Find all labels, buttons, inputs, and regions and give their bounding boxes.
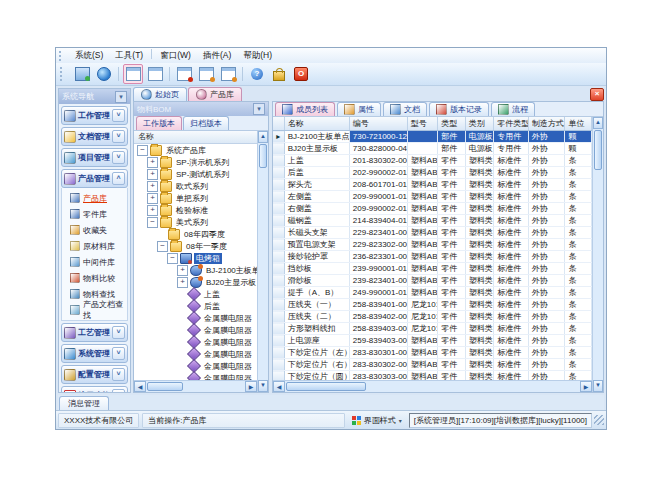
tree-node[interactable]: +检验标准 xyxy=(134,204,257,216)
table-row[interactable]: BJ20主显示板730-828000-04X部件电源板专用件外协颗 xyxy=(273,143,592,155)
column-header-单位[interactable]: 单位 xyxy=(565,117,592,131)
column-header-编号[interactable]: 编号 xyxy=(349,117,407,131)
table-row[interactable]: 下纱定位片（左）283-830301-00X塑料ABS零件塑料类标准件外协条 xyxy=(273,347,592,359)
sidebar-group-8[interactable]: SP扩展功能˅ xyxy=(61,386,128,393)
sidebar-group-7[interactable]: 配置管理˅ xyxy=(61,365,128,384)
scroll-down-icon[interactable]: ▼ xyxy=(258,380,268,392)
column-header-类别[interactable]: 类别 xyxy=(465,117,493,131)
doc-tab-起始页[interactable]: 起始页 xyxy=(133,87,187,101)
sidebar-item[interactable]: 收藏夹 xyxy=(62,222,127,238)
tree-vscroll-thumb[interactable] xyxy=(259,144,267,168)
sidebar-group-5[interactable]: 工艺管理˅ xyxy=(61,323,128,342)
menu-item[interactable]: 系统(S) xyxy=(69,49,109,63)
tab-成员列表[interactable]: 成员列表 xyxy=(275,102,335,116)
menu-item[interactable]: 窗口(W) xyxy=(154,49,197,63)
collapse-icon[interactable]: − xyxy=(167,253,178,264)
globe-button[interactable] xyxy=(94,64,114,84)
table-row[interactable]: 探头壳208-601701-01X塑料ABS零件塑料类标准件外协条 xyxy=(273,179,592,191)
table-row[interactable]: 上电源座259-839403-00X塑料ABS零件塑料类标准件外协条 xyxy=(273,335,592,347)
folder-window-button[interactable] xyxy=(123,64,143,84)
sidebar-group-1[interactable]: 工作管理˅ xyxy=(61,106,128,125)
table-row[interactable]: 压线夹（一）258-839401-00X尼龙1010零件塑料类标准件外协条 xyxy=(273,299,592,311)
scroll-up-icon[interactable]: ▲ xyxy=(593,117,603,129)
table-row[interactable]: 后盖202-990002-01X塑料ABS零件塑料类标准件外协条 xyxy=(273,167,592,179)
column-header-型号[interactable]: 型号 xyxy=(407,117,438,131)
tree-node[interactable]: +SP-演示机系列 xyxy=(134,156,257,168)
sidebar-group-6[interactable]: 系统管理˅ xyxy=(61,344,128,363)
tree-node[interactable]: −08年一季度 xyxy=(134,240,257,252)
bom-pin-icon[interactable]: ▾ xyxy=(253,103,265,115)
sidebar-group-2[interactable]: 文档管理˅ xyxy=(61,127,128,146)
tree-node[interactable]: 金属膜电阻器 xyxy=(134,324,257,336)
menu-item[interactable]: 帮助(H) xyxy=(237,49,278,63)
ui-style-button[interactable]: 界面样式 ▾ xyxy=(348,414,406,427)
table-row[interactable]: 接纱轮护罩236-823301-00X塑料ABS零件塑料类标准件外协条 xyxy=(273,251,592,263)
collapse-icon[interactable]: − xyxy=(147,217,158,228)
tree-horizontal-scrollbar[interactable]: ◀ ▶ xyxy=(134,380,257,392)
chevron-down-icon[interactable]: ˅ xyxy=(112,130,125,143)
expand-icon[interactable]: + xyxy=(177,277,188,288)
expand-icon[interactable]: + xyxy=(147,157,158,168)
table-row[interactable]: ▸BJ-2100主板单点730-721000-12X部件电源板专用件外协颗 xyxy=(273,131,592,143)
tree-vertical-scrollbar[interactable]: ▲ ▼ xyxy=(257,131,268,392)
tree-node[interactable]: 后盖 xyxy=(134,300,257,312)
scroll-right-icon[interactable]: ▶ xyxy=(580,381,592,392)
version-tab-工作版本[interactable]: 工作版本 xyxy=(136,116,182,130)
sidebar-group-3[interactable]: 项目管理˅ xyxy=(61,148,128,167)
table-horizontal-scrollbar[interactable]: ◀ ▶ xyxy=(273,380,592,392)
close-tab-icon[interactable]: × xyxy=(590,88,604,101)
tree-node[interactable]: +单把系列 xyxy=(134,192,257,204)
power-button[interactable]: O xyxy=(291,64,311,84)
toolbar-grip[interactable] xyxy=(60,67,67,81)
expand-icon[interactable]: + xyxy=(147,205,158,216)
tree-node[interactable]: 金属膜电阻器 xyxy=(134,336,257,348)
tree-node[interactable]: 上盖 xyxy=(134,288,257,300)
chevron-down-icon[interactable]: ˅ xyxy=(112,326,125,339)
table-row[interactable]: 提手（A、B）249-990001-01X塑料ABS零件塑料类标准件外协条 xyxy=(273,287,592,299)
window-orange-badge-button-2[interactable] xyxy=(218,64,238,84)
tree-node[interactable]: +SP-测试机系列 xyxy=(134,168,257,180)
sidebar-item[interactable]: 中间件库 xyxy=(62,254,127,270)
chevron-down-icon[interactable]: ˅ xyxy=(112,389,125,393)
sidebar-item[interactable]: 零件库 xyxy=(62,206,127,222)
sidebar-item[interactable]: 产品库 xyxy=(62,190,127,206)
column-header-零件类型[interactable]: 零件类型 xyxy=(494,117,529,131)
expand-icon[interactable]: + xyxy=(147,193,158,204)
table-row[interactable]: 长磁头支架229-823401-00X塑料ABS零件塑料类标准件外协条 xyxy=(273,227,592,239)
layout-window-button[interactable] xyxy=(145,64,165,84)
table-row[interactable]: 磁钢盖214-839404-01X塑料ABS零件塑料类标准件外协条 xyxy=(273,215,592,227)
resize-grip[interactable] xyxy=(594,415,604,425)
tab-文档[interactable]: 文档 xyxy=(383,102,427,116)
tree-node[interactable]: 金属膜电阻器 xyxy=(134,312,257,324)
tab-版本记录[interactable]: 版本记录 xyxy=(429,102,489,116)
help-button[interactable]: ? xyxy=(247,64,267,84)
collapse-icon[interactable]: − xyxy=(157,241,168,252)
tab-流程[interactable]: 流程 xyxy=(491,102,535,116)
chevron-down-icon[interactable]: ˅ xyxy=(112,368,125,381)
expand-icon[interactable]: + xyxy=(177,265,188,276)
tab-message-manager[interactable]: 消息管理 xyxy=(59,396,109,410)
menubar-grip[interactable] xyxy=(59,51,66,61)
scroll-up-icon[interactable]: ▲ xyxy=(258,131,268,143)
tree-column-header[interactable]: 名称 xyxy=(134,131,257,144)
sidebar-pin-icon[interactable]: ▾ xyxy=(115,91,127,103)
table-row[interactable]: 下纱定位片（右）283-830302-00X塑料ABS零件塑料类标准件外协条 xyxy=(273,359,592,371)
chevron-down-icon[interactable]: ˅ xyxy=(112,347,125,360)
tree-node[interactable]: +BJ-2100主板单点 xyxy=(134,264,257,276)
tree-node[interactable]: −美式系列 xyxy=(134,216,257,228)
scroll-left-icon[interactable]: ◀ xyxy=(134,381,146,392)
table-row[interactable]: 滑纱板239-823401-00X塑料ABS零件塑料类标准件外协条 xyxy=(273,275,592,287)
tree-node[interactable]: +BJ20主显示板 xyxy=(134,276,257,288)
menu-item[interactable]: 插件(A) xyxy=(197,49,237,63)
doc-tab-产品库[interactable]: 产品库 xyxy=(188,87,242,101)
scroll-left-icon[interactable]: ◀ xyxy=(273,381,285,392)
tree-node[interactable]: −系统产品库 xyxy=(134,144,257,156)
column-header-制造方式[interactable]: 制造方式 xyxy=(528,117,565,131)
table-row[interactable]: 右侧盖209-990002-01X塑料ABS零件塑料类标准件外协条 xyxy=(273,203,592,215)
sidebar-item[interactable]: 物料比较 xyxy=(62,270,127,286)
chevron-down-icon[interactable]: ˅ xyxy=(112,151,125,164)
tree-node[interactable]: −电烤箱 xyxy=(134,252,257,264)
sidebar-group-4[interactable]: 产品管理˄ xyxy=(61,169,128,188)
table-row[interactable]: 挡纱板239-990001-01X塑料ABS零件塑料类标准件外协条 xyxy=(273,263,592,275)
sidebar-item[interactable]: 原材料库 xyxy=(62,238,127,254)
